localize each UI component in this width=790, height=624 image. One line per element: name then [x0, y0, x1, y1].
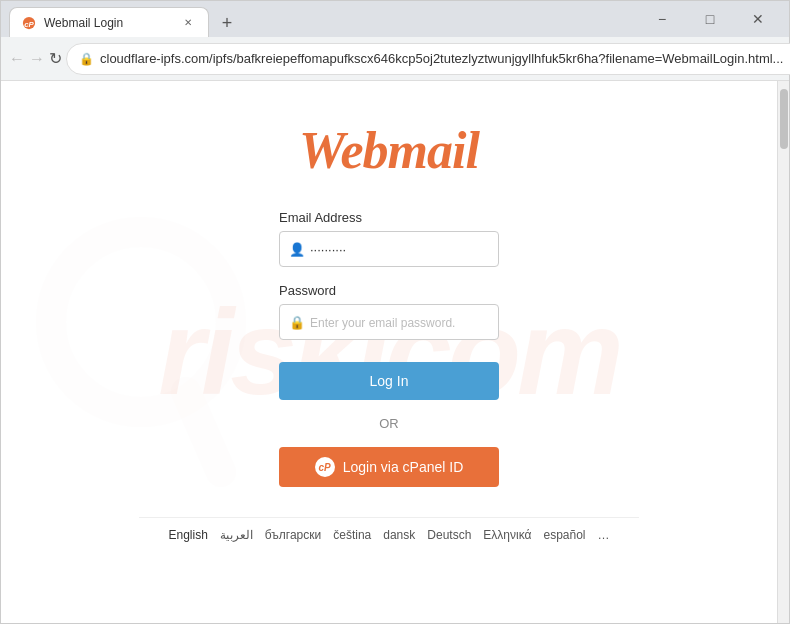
scrollbar-track[interactable] [777, 81, 789, 623]
password-label: Password [279, 283, 499, 298]
lang-link-da[interactable]: dansk [383, 528, 415, 542]
lang-link-de[interactable]: Deutsch [427, 528, 471, 542]
login-button[interactable]: Log In [279, 362, 499, 400]
nav-bar: ← → ↻ 🔒 cloudflare-ipfs.com/ipfs/bafkrei… [1, 37, 789, 81]
tab-title: Webmail Login [44, 16, 172, 30]
tab-close-button[interactable]: ✕ [180, 15, 196, 31]
lock-icon: 🔒 [79, 52, 94, 66]
cpanel-login-button[interactable]: cP Login via cPanel ID [279, 447, 499, 487]
lang-link-bg[interactable]: български [265, 528, 321, 542]
forward-button[interactable]: → [29, 43, 45, 75]
lang-link-en[interactable]: English [168, 528, 207, 542]
browser-content-wrapper: riskicom Webmail Email Address 👤 [1, 81, 789, 623]
maximize-button[interactable]: □ [687, 1, 733, 37]
new-tab-button[interactable]: + [213, 9, 241, 37]
lang-link-es[interactable]: español [543, 528, 585, 542]
cpanel-button-label: Login via cPanel ID [343, 459, 464, 475]
password-input[interactable] [279, 304, 499, 340]
language-bar: EnglishالعربيةбългарскиčeštinadanskDeuts… [139, 517, 639, 552]
close-button[interactable]: ✕ [735, 1, 781, 37]
tab-bar: cP Webmail Login ✕ + − □ ✕ [1, 1, 789, 37]
cpanel-logo-icon: cP [315, 457, 335, 477]
password-form-group: Password 🔒 [279, 283, 499, 340]
lang-link-cs[interactable]: čeština [333, 528, 371, 542]
webmail-page: riskicom Webmail Email Address 👤 [1, 81, 777, 623]
lang-link-more[interactable]: … [598, 528, 610, 542]
email-input[interactable] [279, 231, 499, 267]
address-bar[interactable]: 🔒 cloudflare-ipfs.com/ipfs/bafkreiepeffo… [66, 43, 790, 75]
active-tab[interactable]: cP Webmail Login ✕ [9, 7, 209, 37]
svg-text:cP: cP [24, 19, 34, 28]
or-divider: OR [379, 416, 399, 431]
lang-link-el[interactable]: Ελληνικά [483, 528, 531, 542]
cpanel-icon-text: cP [319, 462, 331, 473]
refresh-button[interactable]: ↻ [49, 43, 62, 75]
password-input-wrapper: 🔒 [279, 304, 499, 340]
minimize-button[interactable]: − [639, 1, 685, 37]
browser-window: cP Webmail Login ✕ + − □ ✕ ← → ↻ 🔒 cloud… [0, 0, 790, 624]
back-button[interactable]: ← [9, 43, 25, 75]
lang-link-ar[interactable]: العربية [220, 528, 253, 542]
scrollbar-thumb[interactable] [780, 89, 788, 149]
address-text: cloudflare-ipfs.com/ipfs/bafkreiepeffoma… [100, 51, 783, 66]
form-container: Webmail Email Address 👤 Password 🔒 [139, 101, 639, 552]
user-icon: 👤 [289, 242, 305, 257]
email-label: Email Address [279, 210, 499, 225]
lock-field-icon: 🔒 [289, 315, 305, 330]
webmail-logo: Webmail [299, 121, 479, 180]
email-input-wrapper: 👤 [279, 231, 499, 267]
email-form-group: Email Address 👤 [279, 210, 499, 267]
tab-favicon: cP [22, 16, 36, 30]
window-controls: − □ ✕ [639, 1, 781, 37]
page-content: riskicom Webmail Email Address 👤 [1, 81, 777, 623]
